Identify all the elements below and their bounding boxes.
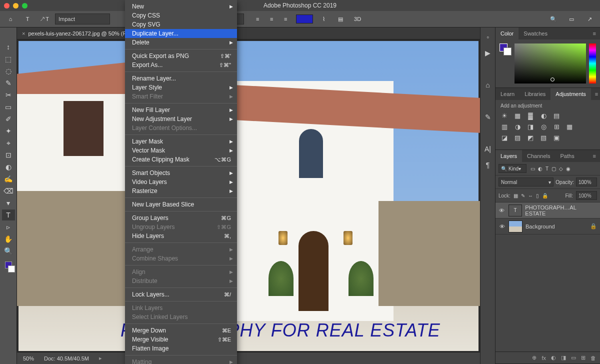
menu-item[interactable]: New▶	[125, 2, 237, 11]
visibility-toggle[interactable]: 👁	[498, 208, 506, 214]
tool-12[interactable]: ⌫	[2, 186, 15, 196]
adjustment-icon[interactable]: ▥	[500, 122, 508, 130]
text-color-swatch[interactable]	[296, 14, 313, 24]
menu-item[interactable]: Layer Mask▶	[125, 137, 237, 146]
menu-item[interactable]: Flatten Image	[125, 344, 237, 353]
menu-item[interactable]: New Adjustment Layer▶	[125, 114, 237, 124]
tool-15[interactable]: ▹	[2, 222, 15, 232]
fg-bg-swatches[interactable]	[500, 44, 512, 84]
background-swatch[interactable]	[8, 266, 15, 272]
text-orientation-icon[interactable]: ⸕T	[38, 14, 51, 24]
menu-item[interactable]: New Layer Based Slice	[125, 200, 237, 209]
fill-input[interactable]: 100%	[576, 191, 597, 200]
layer-filter-icon[interactable]: ▢	[552, 166, 556, 172]
panel-strip-icon[interactable]: ▶	[484, 48, 492, 58]
panel-tab-paths[interactable]: Paths	[556, 150, 580, 162]
layers-footer-icon[interactable]: ◐	[551, 354, 556, 361]
layer-filter-icon[interactable]: ◐	[538, 166, 542, 172]
align-left-icon[interactable]: ≡	[251, 14, 264, 24]
adjustment-icon[interactable]: ◎	[540, 122, 548, 130]
close-window[interactable]	[4, 3, 10, 8]
panel-strip-icon[interactable]	[484, 64, 492, 74]
character-panel-icon[interactable]: ▤	[334, 14, 347, 24]
panel-strip-icon[interactable]: A|	[484, 144, 492, 154]
visibility-toggle[interactable]: 👁	[498, 224, 506, 230]
doc-size[interactable]: Doc: 40.5M/40.5M	[44, 356, 89, 362]
adjustment-icon[interactable]: ◪	[500, 134, 508, 142]
adjustment-icon[interactable]: ▦	[514, 112, 522, 120]
panel-tab-learn[interactable]: Learn	[496, 88, 520, 100]
panel-tab-adjustments[interactable]: Adjustments	[550, 88, 591, 100]
adjustment-icon[interactable]: ◑	[514, 122, 522, 130]
panel-strip-icon[interactable]	[484, 96, 492, 106]
panel-tab-color[interactable]: Color	[496, 28, 518, 40]
blend-mode-select[interactable]: Normal▾	[498, 178, 554, 186]
tool-16[interactable]: ✋	[2, 234, 15, 244]
tool-6[interactable]: ✐	[2, 114, 15, 124]
tool-17[interactable]: 🔍	[2, 246, 15, 256]
panel-strip-icon[interactable]: ◦	[484, 32, 492, 42]
close-tab-icon[interactable]: ×	[22, 30, 25, 36]
panel-strip-icon[interactable]: ✎	[484, 112, 492, 122]
adjustment-icon[interactable]: ▓	[526, 112, 534, 120]
menu-item[interactable]: Copy SVG	[125, 20, 237, 29]
menu-item[interactable]: Hide Layers⌘,	[125, 232, 237, 240]
menu-item[interactable]: Layer Style▶	[125, 83, 237, 92]
menu-item[interactable]: Copy CSS	[125, 11, 237, 20]
adjustment-icon[interactable]: ◩	[526, 134, 534, 142]
menu-item[interactable]: Rename Layer...	[125, 74, 237, 83]
tool-8[interactable]: ⌖	[2, 138, 15, 148]
menu-item[interactable]: Merge Down⌘E	[125, 326, 237, 335]
3d-icon[interactable]: 3D	[351, 14, 364, 24]
layer-filter-icon[interactable]: ▭	[530, 166, 535, 172]
panel-strip-icon[interactable]	[484, 128, 492, 138]
menu-item[interactable]: Smart Objects▶	[125, 168, 237, 178]
layers-footer-icon[interactable]: 🗑	[590, 355, 596, 361]
menu-item[interactable]: Delete▶	[125, 38, 237, 47]
canvas-area[interactable]: PHOTOGRAPHY FOR REAL ESTATE	[17, 40, 480, 352]
layer-lock-icon[interactable]: ↔	[528, 193, 533, 198]
menu-item[interactable]: Video Layers▶	[125, 178, 237, 186]
layers-footer-icon[interactable]: ◨	[561, 354, 566, 361]
align-right-icon[interactable]: ≡	[279, 14, 292, 24]
panel-tab-libraries[interactable]: Libraries	[520, 88, 550, 100]
warp-text-icon[interactable]: ⌇	[317, 14, 330, 24]
adjustment-icon[interactable]: ▤	[552, 112, 560, 120]
panel-tab-channels[interactable]: Channels	[522, 150, 555, 162]
align-center-icon[interactable]: ≡	[265, 14, 278, 24]
menu-item[interactable]: Quick Export as PNG⇧⌘'	[125, 52, 237, 60]
menu-item[interactable]: Duplicate Layer...	[125, 29, 237, 38]
opacity-input[interactable]: 100%	[576, 178, 597, 186]
adjustment-icon[interactable]: ▣	[552, 134, 560, 142]
document-tab[interactable]: × pexels-luis-yanez-206172.jpg @ 50% (P…	[17, 28, 480, 40]
layer-filter-icon[interactable]: T	[546, 166, 548, 172]
menu-item[interactable]: Group Layers⌘G	[125, 214, 237, 222]
minimize-window[interactable]	[13, 3, 18, 8]
tool-4[interactable]: ✂	[2, 90, 15, 100]
tool-3[interactable]: ✎	[2, 78, 15, 88]
panel-menu-icon[interactable]: ≡	[591, 91, 600, 97]
menu-item[interactable]: Vector Mask▶	[125, 146, 237, 155]
tool-1[interactable]: ⬚	[2, 54, 15, 64]
panel-strip-icon[interactable]: ⌂	[484, 80, 492, 90]
toolbar-icon[interactable]: 🔍	[547, 14, 560, 24]
layer-row[interactable]: 👁Background🔒	[496, 218, 600, 234]
layer-filter-icon[interactable]: ◉	[566, 166, 570, 172]
font-family-select[interactable]: Impact	[55, 14, 110, 24]
tool-10[interactable]: ◐	[2, 162, 15, 172]
layer-filter-icon[interactable]: ◇	[559, 166, 563, 172]
layers-footer-icon[interactable]: fx	[542, 355, 546, 361]
tool-9[interactable]: ⊡	[2, 150, 15, 160]
tool-14[interactable]: T	[2, 210, 15, 220]
menu-item[interactable]: Lock Layers...⌘/	[125, 290, 237, 299]
adjustment-icon[interactable]: ◐	[540, 112, 548, 120]
layer-lock-icon[interactable]: ▯	[536, 193, 539, 198]
home-icon[interactable]: ⌂	[4, 14, 17, 24]
adjustment-icon[interactable]: ▨	[514, 134, 522, 142]
zoom-level[interactable]: 50%	[23, 356, 34, 362]
panel-strip-icon[interactable]: ¶	[484, 160, 492, 170]
toolbar-icon[interactable]: ↗	[583, 14, 596, 24]
tool-2[interactable]: ◌	[2, 66, 15, 76]
adjustment-icon[interactable]: ▦	[566, 122, 574, 130]
layer-filter-select[interactable]: 🔍 Kind ▾	[498, 164, 526, 173]
